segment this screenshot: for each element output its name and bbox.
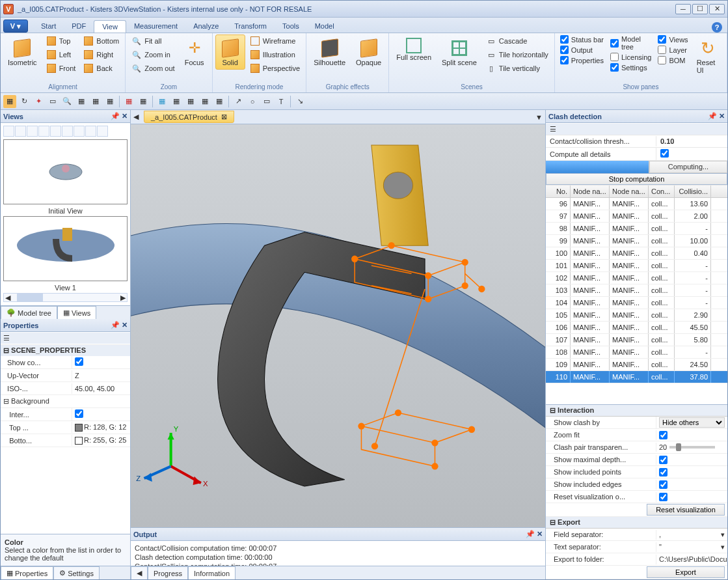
- clash-row[interactable]: 100MANIF...MANIF...coll...0.40: [546, 247, 727, 260]
- solid-button[interactable]: Solid: [215, 35, 245, 70]
- clash-row[interactable]: 103MANIF...MANIF...coll...-: [546, 284, 727, 297]
- clash-row[interactable]: 107MANIF...MANIF...coll...5.80: [546, 334, 727, 346]
- ribbon-tab-pdf[interactable]: PDF: [64, 20, 94, 33]
- col-contact[interactable]: Con...: [649, 186, 675, 197]
- ribbon-tab-view[interactable]: View: [94, 20, 126, 33]
- toolbar-btn[interactable]: ▦: [89, 95, 102, 108]
- col-node1[interactable]: Node na...: [571, 186, 610, 197]
- view-tool[interactable]: [50, 126, 61, 137]
- left-button[interactable]: Left: [43, 48, 79, 61]
- clash-row[interactable]: 101MANIF...MANIF...coll...-: [546, 260, 727, 272]
- tab-progress[interactable]: Progress: [148, 566, 188, 579]
- pin-icon[interactable]: 📌 ✕: [111, 112, 128, 120]
- tab-settings[interactable]: ⚙ Settings: [53, 566, 100, 579]
- view-thumbnail-initial[interactable]: [3, 139, 128, 204]
- 3d-viewport[interactable]: Y X Z: [131, 124, 545, 527]
- view-tool[interactable]: [27, 126, 38, 137]
- ribbon-tab-measurement[interactable]: Measurement: [126, 20, 185, 33]
- int-slider[interactable]: [669, 446, 715, 449]
- view-tool[interactable]: [62, 126, 73, 137]
- int-check[interactable]: [659, 480, 667, 489]
- clash-row[interactable]: 110MANIF...MANIF...coll...37.80: [546, 371, 727, 383]
- tileh-button[interactable]: ▭Tile horizontally: [483, 48, 552, 61]
- view-tool[interactable]: [3, 126, 14, 137]
- view-tool[interactable]: [38, 126, 49, 137]
- perspective-button[interactable]: Perspective: [247, 62, 303, 75]
- top-button[interactable]: Top: [43, 35, 79, 48]
- tab-information[interactable]: Information: [188, 566, 236, 579]
- toolbar-btn[interactable]: ▦: [3, 95, 16, 108]
- licensing-check[interactable]: Licensing: [608, 52, 654, 62]
- toolbar-btn[interactable]: ✦: [32, 95, 45, 108]
- col-no[interactable]: No.: [546, 186, 571, 197]
- view-thumbnail-1[interactable]: [3, 216, 128, 281]
- prop-value[interactable]: [72, 408, 130, 421]
- app-menu-button[interactable]: V ▾: [3, 20, 28, 33]
- layer-check[interactable]: Layer: [655, 45, 690, 55]
- bottom-button[interactable]: Bottom: [80, 35, 122, 48]
- prop-value[interactable]: R: 255, G: 25: [72, 435, 130, 446]
- tab-views[interactable]: ▦ Views: [57, 306, 96, 319]
- splitscene-button[interactable]: Split scene: [437, 35, 481, 70]
- clash-row[interactable]: 97MANIF...MANIF...coll...2.00: [546, 210, 727, 223]
- threshold-input[interactable]: 0.10: [656, 136, 727, 146]
- int-select[interactable]: Hide others: [659, 417, 725, 428]
- tilev-button[interactable]: ▯Tile vertically: [483, 62, 552, 75]
- int-check[interactable]: [659, 456, 667, 464]
- clash-row[interactable]: 104MANIF...MANIF...coll...-: [546, 297, 727, 309]
- export-field[interactable]: C:\Users\Public\Docu... ▾: [656, 555, 727, 564]
- bom-check[interactable]: BOM: [655, 55, 690, 65]
- toolbar-btn[interactable]: T: [275, 95, 288, 108]
- tab-modeltree[interactable]: 🌳 Model tree: [1, 306, 57, 319]
- maximize-button[interactable]: ☐: [692, 4, 708, 14]
- toolbar-btn[interactable]: ▦: [122, 95, 135, 108]
- ribbon-tab-transform[interactable]: Transform: [226, 20, 275, 33]
- scroll-left[interactable]: ◀: [131, 566, 148, 579]
- ribbon-tab-model[interactable]: Model: [307, 20, 342, 33]
- ribbon-tab-analyze[interactable]: Analyze: [185, 20, 226, 33]
- cascade-button[interactable]: ▭Cascade: [483, 35, 552, 48]
- wireframe-button[interactable]: Wireframe: [247, 35, 303, 48]
- front-button[interactable]: Front: [43, 62, 79, 75]
- clash-row[interactable]: 96MANIF...MANIF...coll...13.60: [546, 198, 727, 210]
- toolbar-btn[interactable]: ▦: [198, 95, 211, 108]
- clash-row[interactable]: 109MANIF...MANIF...coll...24.50: [546, 359, 727, 371]
- isometric-button[interactable]: Isometric: [3, 35, 42, 70]
- minimize-button[interactable]: ─: [675, 4, 691, 14]
- clash-row[interactable]: 105MANIF...MANIF...coll...2.90: [546, 309, 727, 322]
- int-check[interactable]: [659, 493, 667, 501]
- toolbar-btn[interactable]: ▦: [170, 95, 183, 108]
- illustration-button[interactable]: Illustration: [247, 48, 303, 61]
- focus-button[interactable]: ✛Focus: [180, 35, 209, 70]
- clash-row[interactable]: 102MANIF...MANIF...coll...-: [546, 272, 727, 284]
- col-node2[interactable]: Node na...: [610, 186, 649, 197]
- export-button[interactable]: Export: [647, 566, 725, 578]
- clash-row[interactable]: 99MANIF...MANIF...coll...10.00: [546, 235, 727, 247]
- ribbon-tab-start[interactable]: Start: [33, 20, 64, 33]
- tab-dropdown[interactable]: ▼: [535, 113, 543, 121]
- pin-icon[interactable]: 📌 ✕: [526, 530, 543, 538]
- fullscreen-button[interactable]: Full screen: [392, 35, 436, 64]
- properties-check[interactable]: Properties: [558, 55, 606, 65]
- col-collision[interactable]: Collisio...: [675, 186, 711, 197]
- clash-table[interactable]: No. Node na... Node na... Con... Collisi…: [546, 186, 727, 404]
- silhouette-button[interactable]: Silhouette: [309, 35, 350, 70]
- close-tab-icon[interactable]: ⊠: [221, 113, 227, 121]
- tab-prev[interactable]: ◀: [133, 113, 139, 121]
- back-button[interactable]: Back: [80, 62, 122, 75]
- tab-properties[interactable]: ▦ Properties: [1, 566, 53, 579]
- prop-value[interactable]: [72, 356, 130, 368]
- help-icon[interactable]: ?: [712, 22, 722, 33]
- toolbar-btn[interactable]: ○: [246, 95, 259, 108]
- toolbar-btn[interactable]: ↻: [18, 95, 31, 108]
- fitall-button[interactable]: 🔍Fit all: [128, 35, 178, 48]
- prop-value[interactable]: R: 128, G: 12: [72, 422, 130, 433]
- toolbar-btn[interactable]: ▦: [103, 95, 116, 108]
- export-field[interactable]: , ▾: [656, 530, 727, 540]
- view-tool[interactable]: [15, 126, 26, 137]
- clash-row[interactable]: 108MANIF...MANIF...coll...-: [546, 346, 727, 359]
- zoomin-button[interactable]: 🔍Zoom in: [128, 48, 178, 61]
- toolbar-btn[interactable]: ▭: [260, 95, 273, 108]
- pin-icon[interactable]: 📌 ✕: [111, 321, 128, 329]
- toolbar-btn[interactable]: 🔍: [61, 95, 74, 108]
